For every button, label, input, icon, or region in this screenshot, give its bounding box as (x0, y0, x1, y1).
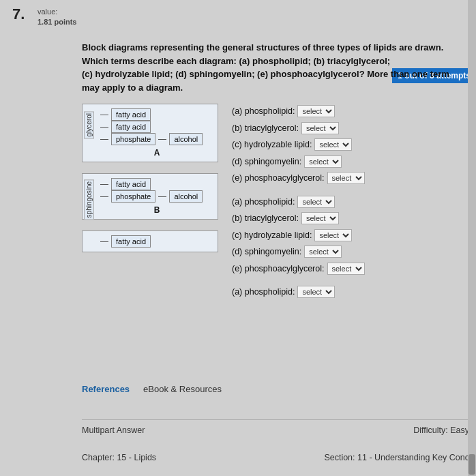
phosphate-block-a: phosphate (111, 133, 155, 145)
scrollbar-thumb[interactable] (468, 454, 475, 475)
fatty-acid-block-2: fatty acid (111, 121, 151, 133)
scrollbar[interactable] (468, 0, 476, 476)
select-b-sphingomyelin[interactable]: select Yes No (304, 246, 342, 258)
question-number: 7. (12, 5, 25, 23)
phosphate-row-a: phosphate alcohol (100, 133, 213, 145)
sphingosine-label: sphingosine (84, 179, 94, 220)
select-b-hydrolyzable[interactable]: select Yes No (314, 229, 352, 241)
diagrams-and-answers: glycerol fatty acid fatty acid phosphate… (82, 104, 469, 307)
select-b-phospholipid[interactable]: select Yes No (297, 196, 335, 208)
glycerol-label: glycerol (84, 111, 94, 138)
alcohol-block-b: alcohol (169, 190, 203, 203)
answer-row-a-e: (e) phosphoacylglycerol: select Yes No (232, 170, 365, 186)
phosphate-row-b: phosphate alcohol (100, 190, 213, 203)
fatty-acid-row-c: fatty acid (100, 235, 213, 248)
answer-label-a-b: (b) triacylglycerol: (232, 121, 299, 136)
select-a-phospholipid[interactable]: select Yes No (297, 105, 335, 117)
answer-label-c-a: (a) phospholipid: (232, 284, 295, 300)
answer-row-a-d: (d) sphingomyelin: select Yes No (232, 154, 365, 170)
answer-row-a-a: (a) phospholipid: select Yes No (232, 104, 365, 119)
select-a-hydrolyzable[interactable]: select Yes No (314, 138, 352, 151)
fatty-acid-block-c: fatty acid (111, 235, 151, 248)
answer-label-b-e: (e) phosphoacylglycerol: (232, 261, 325, 277)
answer-row-b-d: (d) sphingomyelin: select Yes No (232, 244, 365, 260)
select-a-triacylglycerol[interactable]: select Yes No (301, 122, 339, 134)
fatty-acid-row-b: fatty acid (100, 178, 213, 190)
answer-label-a-a: (a) phospholipid: (232, 104, 295, 119)
answer-label-a-e: (e) phosphoacylglycerol: (232, 170, 325, 186)
answer-row-b-c: (c) hydrolyzable lipid: select Yes No (232, 228, 365, 243)
ebook-resources-link[interactable]: eBook & Resources (143, 384, 222, 394)
select-a-phosphoacylglycerol[interactable]: select Yes No (327, 172, 365, 184)
section-label: Section: 11 - Understanding Key Conc (324, 453, 469, 462)
answer-label-b-c: (c) hydrolyzable lipid: (232, 228, 312, 243)
answer-row-a-c: (c) hydrolyzable lipid: select Yes No (232, 137, 365, 153)
alcohol-block-a: alcohol (169, 133, 203, 145)
diagram-a-label: A (100, 148, 213, 158)
fatty-acid-row-1: fatty acid (100, 108, 213, 121)
fatty-acid-block-b: fatty acid (111, 178, 151, 190)
difficulty-label: Difficulty: Easy (413, 426, 469, 435)
phosphate-block-b: phosphate (111, 190, 155, 203)
select-b-triacylglycerol[interactable]: select Yes No (301, 212, 339, 224)
footer-bottom: Chapter: 15 - Lipids Section: 11 - Under… (82, 453, 469, 462)
answer-label-a-d: (d) sphingomyelin: (232, 154, 301, 170)
answer-label-b-a: (a) phospholipid: (232, 194, 295, 210)
answer-label-a-c: (c) hydrolyzable lipid: (232, 137, 312, 153)
answers-column: (a) phospholipid: select Yes No (b) tria… (232, 104, 365, 307)
page-container: 7. value: 1.81 points 1 out of 3 attempt… (0, 0, 476, 476)
answers-group-b: (a) phospholipid: select Yes No (b) tria… (232, 194, 365, 278)
diagram-b: sphingosine fatty acid phosphate alcohol… (82, 173, 218, 220)
references-bar: References eBook & Resources (82, 384, 222, 394)
multipart-label: Multipart Answer (82, 426, 145, 435)
answers-group-c: (a) phospholipid: select Yes No (232, 284, 365, 301)
diagram-b-label: B (100, 205, 213, 215)
select-a-sphingomyelin[interactable]: select Yes No (304, 155, 342, 168)
value-label: value: 1.81 points (38, 7, 76, 28)
answer-label-b-d: (d) sphingomyelin: (232, 244, 301, 260)
footer-info: Multipart Answer Difficulty: Easy (82, 419, 469, 435)
select-b-phosphoacylglycerol[interactable]: select Yes No (327, 263, 365, 275)
references-link[interactable]: References (82, 384, 130, 394)
fatty-acid-block-1: fatty acid (111, 108, 151, 121)
chapter-label: Chapter: 15 - Lipids (82, 453, 156, 462)
diagram-c: fatty acid (82, 230, 218, 252)
fatty-acid-row-2: fatty acid (100, 121, 213, 133)
select-c-phospholipid[interactable]: select Yes No (297, 286, 335, 298)
diagram-a: glycerol fatty acid fatty acid phosphate… (82, 104, 218, 162)
answer-row-c-a: (a) phospholipid: select Yes No (232, 284, 365, 300)
answers-group-a: (a) phospholipid: select Yes No (b) tria… (232, 104, 365, 188)
answer-row-b-e: (e) phosphoacylglycerol: select Yes No (232, 261, 365, 277)
question-text: Block diagrams representing the general … (82, 41, 469, 94)
answer-label-b-b: (b) triacylglycerol: (232, 211, 299, 226)
answer-row-a-b: (b) triacylglycerol: select Yes No (232, 121, 365, 136)
diagrams-column: glycerol fatty acid fatty acid phosphate… (82, 104, 218, 252)
answer-row-b-b: (b) triacylglycerol: select Yes No (232, 211, 365, 226)
main-content: Block diagrams representing the general … (82, 41, 469, 307)
answer-row-b-a: (a) phospholipid: select Yes No (232, 194, 365, 210)
